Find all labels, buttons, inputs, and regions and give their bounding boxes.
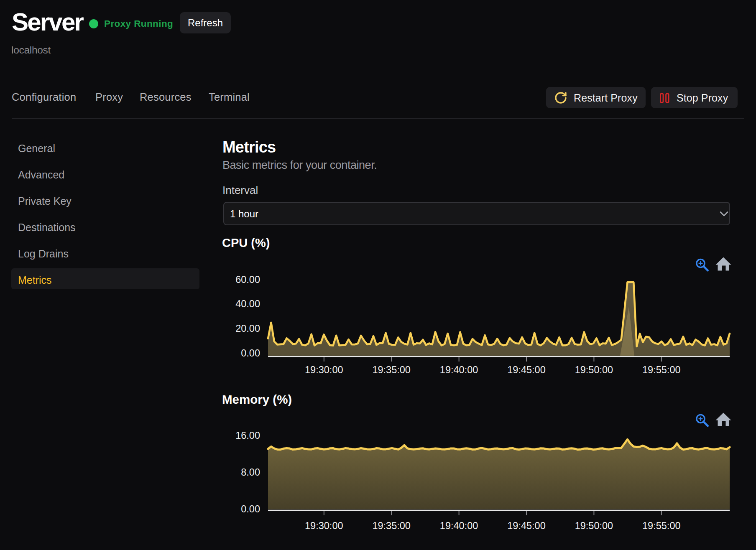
svg-text:19:50:00: 19:50:00 [575,520,613,531]
svg-text:19:55:00: 19:55:00 [642,520,680,531]
svg-text:19:50:00: 19:50:00 [575,364,613,375]
svg-text:19:55:00: 19:55:00 [642,364,680,375]
svg-text:0.00: 0.00 [241,348,260,359]
svg-text:8.00: 8.00 [241,467,260,478]
svg-text:16.00: 16.00 [235,430,260,441]
svg-text:0.00: 0.00 [241,504,260,514]
svg-text:19:40:00: 19:40:00 [440,520,478,531]
svg-text:60.00: 60.00 [235,274,260,285]
svg-text:40.00: 40.00 [235,298,260,309]
svg-text:19:35:00: 19:35:00 [372,364,410,375]
svg-text:19:30:00: 19:30:00 [305,364,343,375]
svg-text:19:30:00: 19:30:00 [305,520,343,531]
svg-text:19:40:00: 19:40:00 [440,364,478,375]
svg-text:19:45:00: 19:45:00 [507,520,545,531]
svg-text:20.00: 20.00 [235,323,260,334]
svg-text:19:35:00: 19:35:00 [372,520,410,531]
svg-text:19:45:00: 19:45:00 [507,364,545,375]
